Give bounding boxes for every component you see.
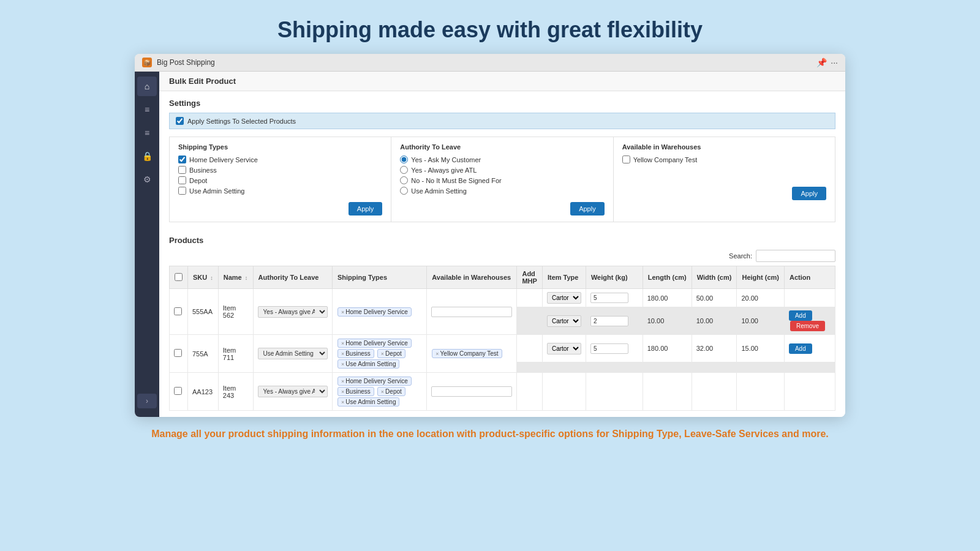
row-aa123-warehouses <box>427 373 517 411</box>
apply-settings-bar: Apply Settings To Selected Products <box>169 113 835 129</box>
warehouses-panel: Available in Warehouses Yellow Company T… <box>614 137 835 222</box>
row-755A-mhp-add <box>517 335 542 362</box>
row-555AA-name: Item 562 <box>218 289 253 335</box>
row-aa123-sku: AA123 <box>188 373 219 411</box>
sidebar-item-list2[interactable]: ≡ <box>137 123 157 143</box>
row-555AA-mhp2-weight-input[interactable] <box>590 316 628 326</box>
tag-aa123-business: ×Business <box>337 387 374 396</box>
col-weight: Weight (kg) <box>586 266 643 289</box>
atl-admin-setting-radio[interactable] <box>400 187 408 195</box>
tag-755A-depot: ×Depot <box>377 349 405 358</box>
page-title: Shipping made easy with great flexibilit… <box>277 17 703 43</box>
shipping-types-panel: Shipping Types Home Delivery Service Bus… <box>170 137 391 222</box>
tag-aa123-admin: ×Use Admin Setting <box>337 397 400 407</box>
row-555AA-checkbox[interactable] <box>174 307 182 315</box>
row-555AA-mhp2-weight <box>586 307 643 335</box>
row-755A-sku: 755A <box>188 335 219 373</box>
row-755A-name: Item 711 <box>218 335 253 373</box>
sidebar-item-list1[interactable]: ≡ <box>137 100 157 119</box>
apply-settings-checkbox[interactable] <box>176 117 184 125</box>
main-content: Bulk Edit Product Settings Apply Setting… <box>159 72 845 417</box>
row-aa123-mhp-add <box>517 373 542 411</box>
name-sort-icon: ↕ <box>245 275 248 281</box>
row-755A-checkbox[interactable] <box>174 349 182 357</box>
row-555AA-mhp1-itemtype-select[interactable]: Cartor <box>547 292 581 304</box>
atl-ask-customer-radio[interactable] <box>400 156 408 163</box>
row-aa123-mhp-weight <box>586 373 643 411</box>
more-icon[interactable]: ··· <box>831 58 838 67</box>
sidebar-expand-button[interactable]: › <box>137 394 157 408</box>
row-755A-mhp-height: 15.00 <box>737 335 785 362</box>
atl-always-give-label: Yes - Always give ATL <box>411 167 477 174</box>
row-aa123-name: Item 243 <box>218 373 253 411</box>
title-bar: 📦 Big Post Shipping 📌 ··· <box>135 54 845 72</box>
title-bar-actions: 📌 ··· <box>816 58 838 67</box>
row-755A-checkbox-cell <box>170 335 188 373</box>
search-label: Search: <box>729 252 752 260</box>
shipping-types-title: Shipping Types <box>178 143 382 151</box>
col-action: Action <box>784 266 835 289</box>
tag-755A-home-delivery: ×Home Delivery Service <box>337 339 412 348</box>
sidebar: ⌂ ≡ ≡ 🔒 ⚙ › <box>135 72 159 417</box>
row-755A-atl-select[interactable]: Use Admin Setting Yes - Always give ATL … <box>258 348 328 359</box>
row-555AA-warehouse-input[interactable] <box>431 307 512 317</box>
authority-to-leave-title: Authority To Leave <box>400 143 604 151</box>
row-555AA-mhp2-remove-button[interactable]: Remove <box>790 321 825 331</box>
shipping-types-apply-button[interactable]: Apply <box>349 202 383 216</box>
shipping-type-admin-checkbox[interactable] <box>178 187 186 195</box>
warehouse-yellow-company-checkbox[interactable] <box>622 156 630 163</box>
col-warehouses: Available in Warehouses <box>427 266 517 289</box>
row-aa123-checkbox[interactable] <box>174 387 182 395</box>
sidebar-item-home[interactable]: ⌂ <box>137 77 157 96</box>
row-555AA-mhp1-weight-input[interactable] <box>590 293 628 303</box>
row-755A-mhp-weight-input[interactable] <box>590 343 628 354</box>
footer-text: Manage all your product shipping informa… <box>127 427 853 441</box>
settings-area: Settings Apply Settings To Selected Prod… <box>159 91 845 230</box>
section-header: Bulk Edit Product <box>159 72 845 91</box>
table-row: 755A Item 711 Use Admin Setting Yes - Al… <box>170 335 835 362</box>
sidebar-item-lock[interactable]: 🔒 <box>137 146 157 166</box>
row-555AA-mhp1-action <box>784 289 835 307</box>
row-aa123-warehouse-input[interactable] <box>431 386 512 397</box>
tag-755A-business: ×Business <box>337 349 374 358</box>
row-aa123-atl-select[interactable]: Yes - Always give ATL Yes - Ask My Custo… <box>258 386 328 397</box>
sidebar-item-settings[interactable]: ⚙ <box>137 170 157 189</box>
row-555AA-mhp1-length: 180.00 <box>643 289 692 307</box>
shipping-type-home-delivery: Home Delivery Service <box>178 156 382 163</box>
atl-always-give-radio[interactable] <box>400 166 408 174</box>
search-input[interactable] <box>756 250 835 262</box>
row-555AA-mhp2-itemtype-select[interactable]: Cartor <box>547 315 581 327</box>
bulk-edit-title: Bulk Edit Product <box>169 77 835 86</box>
row-555AA-atl-select[interactable]: Yes - Always give ATL Yes - Ask My Custo… <box>258 306 328 318</box>
row-555AA-checkbox-cell <box>170 289 188 335</box>
row-755A-mhp-length: 180.00 <box>643 335 692 362</box>
row-aa123-mhp-itemtype <box>542 373 586 411</box>
row-aa123-checkbox-cell <box>170 373 188 411</box>
atl-no-signed-radio[interactable] <box>400 176 408 184</box>
row-555AA-mhp2-height: 10.00 <box>737 307 785 335</box>
row-755A-add-button[interactable]: Add <box>789 343 812 354</box>
row-755A-mhp-action: Add <box>784 335 835 362</box>
shipping-type-business-checkbox[interactable] <box>178 166 186 174</box>
col-length: Length (cm) <box>643 266 692 289</box>
row-755A-mhp-itemtype: Cartor <box>542 335 586 362</box>
warehouses-apply-button[interactable]: Apply <box>792 187 826 200</box>
row-755A-warehouses: ×Yellow Company Test <box>427 335 517 373</box>
row-555AA-mhp2-add-button[interactable]: Add <box>789 310 812 321</box>
row-755A-mhp-itemtype-select[interactable]: Cartor <box>547 343 581 354</box>
app-title: Big Post Shipping <box>157 58 812 67</box>
row-555AA-warehouses <box>427 289 517 335</box>
row-aa123-shipping: ×Home Delivery Service ×Business ×Depot … <box>332 373 426 411</box>
warehouse-yellow-company: Yellow Company Test <box>622 156 826 163</box>
row-555AA-mhp2-action: Add Remove <box>784 307 835 335</box>
settings-panels: Shipping Types Home Delivery Service Bus… <box>169 137 835 222</box>
pin-icon[interactable]: 📌 <box>816 58 827 67</box>
table-row: 555AA Item 562 Yes - Always give ATL Yes… <box>170 289 835 307</box>
shipping-type-home-delivery-checkbox[interactable] <box>178 156 186 163</box>
shipping-type-depot-checkbox[interactable] <box>178 176 186 184</box>
shipping-type-business: Business <box>178 166 382 174</box>
select-all-checkbox[interactable] <box>175 273 183 281</box>
products-table: SKU ↕ Name ↕ Authority To Leave Shipping… <box>169 266 835 411</box>
row-555AA-mhp1-height: 20.00 <box>737 289 785 307</box>
atl-apply-button[interactable]: Apply <box>570 202 605 216</box>
